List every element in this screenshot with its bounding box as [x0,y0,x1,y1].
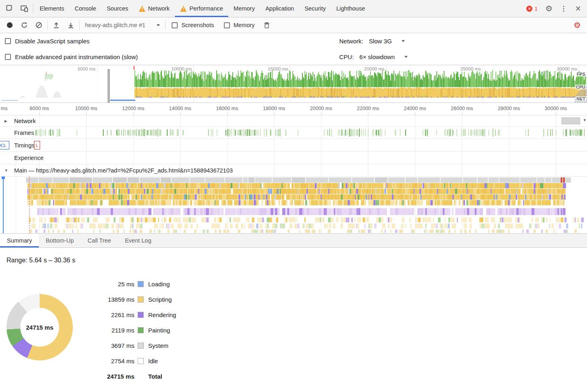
legend-value: 2119 ms [90,327,134,334]
ruler-label: 24000 ms [404,106,426,111]
legend-row-total: 24715 msTotal [90,369,176,384]
summary-donut-chart: 24715 ms [6,294,73,360]
devtools-tabs: ElementsConsoleSources!Network!Performan… [34,0,370,17]
cpu-throttling-select[interactable]: 6× slowdown [359,53,408,60]
enable-paint-label: Enable advanced paint instrumentation (s… [15,53,138,60]
capture-settings: Disable JavaScript samples Network: Slow… [0,33,587,65]
ruler-tick [321,113,321,115]
dcl-marker[interactable]: DCL [0,141,9,149]
tab-label: Security [304,5,325,12]
settings-gear-icon[interactable]: ⚙ [542,0,556,17]
tab-sources[interactable]: Sources [102,0,134,17]
tab-performance[interactable]: !Performance [175,0,228,17]
bottom-tab-call-tree[interactable]: Call Tree [81,234,118,247]
network-throttling-select[interactable]: Slow 3G [369,38,405,45]
legend-label: Loading [148,281,170,288]
trash-icon[interactable] [259,17,274,33]
ruler-label: 10000 ms [75,106,98,111]
devtools-tabbar: ElementsConsoleSources!Network!Performan… [0,0,587,17]
record-button[interactable] [2,17,17,33]
tab-lighthouse[interactable]: Lighthouse [331,0,370,17]
ruler-label: 28000 ms [498,106,520,111]
separator [79,20,80,30]
legend-label: Painting [148,327,170,334]
scroll-down-icon[interactable]: ▾ [583,117,586,123]
legend-value: 25 ms [90,281,134,288]
chevron-down-icon [402,40,405,42]
tab-application[interactable]: Application [260,0,299,17]
ruler-label: 14000 ms [169,106,191,111]
track-experience[interactable]: Experience [0,152,587,164]
tab-console[interactable]: Console [69,0,101,17]
separator [165,20,166,30]
error-icon: × [526,6,532,12]
kebab-menu-icon[interactable]: ⋮ [556,0,571,17]
ruler-tick [509,113,509,115]
main-flame-chart[interactable] [0,177,587,233]
tab-elements[interactable]: Elements [34,0,69,17]
bottom-tab-event-log[interactable]: Event Log [118,234,158,247]
tab-label: Elements [40,5,64,12]
ruler-tick [368,113,368,115]
legend-row-idle: 2754 msIdle [90,353,176,369]
capture-settings-gear-icon[interactable]: ⚙ [570,21,585,29]
bottom-tab-summary[interactable]: Summary [0,234,39,247]
legend-label: Scripting [148,296,172,303]
error-badge[interactable]: × 1 [522,6,542,12]
history-select[interactable]: heavy-ads.glitch.me #1 [81,22,164,28]
network-request-bar[interactable] [561,117,580,124]
timeline-ruler[interactable]: ms 8000 ms10000 ms12000 ms14000 ms16000 … [0,103,587,115]
memory-checkbox-group: Memory [219,22,259,28]
summary-pane: Range: 5.64 s – 30.36 s 24715 ms 25 msLo… [0,248,587,392]
reload-and-record-button[interactable] [17,17,32,33]
overview-time-label: 25000 ms [460,66,483,71]
net-lane-label: NET [576,96,586,101]
ruler-label: 8000 ms [30,106,49,111]
tabbar-left-icons [0,0,32,17]
screenshots-checkbox-group: Screenshots [167,22,219,28]
warning-icon: ! [139,6,146,12]
screenshots-checkbox[interactable] [172,22,178,28]
track-network[interactable]: ▶ Network ▾ [0,115,587,127]
donut-total-label: 24715 ms [26,324,53,331]
track-main-header[interactable]: ▼ Main — https://heavy-ads.glitch.me/?ad… [0,164,587,177]
chevron-down-icon[interactable]: ▼ [4,168,8,173]
chevron-right-icon[interactable]: ▶ [4,119,7,123]
legend-value: 13859 ms [90,296,134,303]
ruler-label: 22000 ms [357,106,379,111]
legend-swatch [138,312,144,318]
frames-track-label: Frames [13,130,35,136]
close-icon[interactable]: × [571,0,585,17]
bottom-tab-bottom-up[interactable]: Bottom-Up [39,234,81,247]
tab-security[interactable]: Security [299,0,331,17]
tab-network[interactable]: !Network [134,0,175,17]
legend-value: 3697 ms [90,342,134,349]
frames-canvas [0,127,587,138]
chevron-down-icon [404,56,408,58]
legend-row-scripting: 13859 msScripting [90,292,176,307]
disable-js-samples-checkbox[interactable] [5,38,11,44]
bottom-tabbar: SummaryBottom-UpCall TreeEvent Log [0,233,587,248]
legend-swatch [138,327,144,333]
tab-label: Network [148,5,170,12]
experience-track-label: Experience [13,155,45,161]
device-toolbar-icon[interactable] [17,0,32,17]
timeline-overview[interactable]: 5000 ms10000 ms15000 ms20000 ms25000 ms3… [0,65,587,103]
enable-paint-checkbox[interactable] [5,54,11,60]
network-throttling-label: Network: [339,38,363,45]
load-event-marker[interactable]: L [34,141,40,149]
track-frames[interactable]: Frames [0,127,587,139]
flame-canvas[interactable] [0,177,587,233]
memory-checkbox[interactable] [224,22,230,28]
ruler-tick [86,113,87,115]
memory-label: Memory [234,22,255,28]
performance-toolbar: heavy-ads.glitch.me #1 Screenshots Memor… [0,17,587,33]
clear-icon[interactable] [32,17,46,33]
tab-memory[interactable]: Memory [228,0,260,17]
network-throttling-select-group: Network: Slow 3G [339,38,405,45]
inspect-icon[interactable] [2,0,17,17]
track-timings[interactable]: DCL Timings L [0,139,587,152]
load-profile-icon[interactable] [49,17,64,33]
save-profile-icon[interactable] [64,17,78,33]
legend-swatch [138,281,144,287]
